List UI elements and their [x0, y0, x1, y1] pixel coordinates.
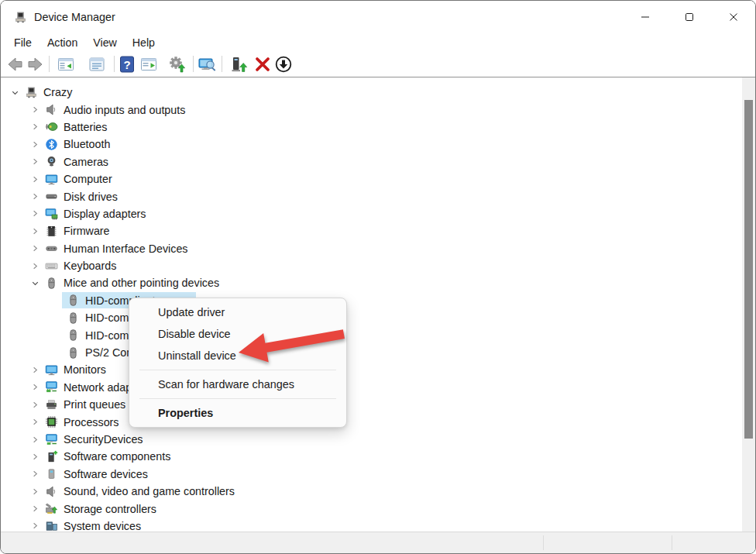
chevron-collapsed-icon[interactable] [26, 138, 44, 150]
chevron-collapsed-icon[interactable] [26, 433, 44, 446]
menu-file[interactable]: File [6, 35, 40, 50]
context-menu-item-properties[interactable]: Properties [129, 402, 346, 424]
tree-item-keyboards[interactable]: Keyboards [1, 257, 755, 274]
chevron-collapsed-icon[interactable] [26, 156, 44, 168]
update-driver-icon [230, 55, 249, 74]
mouse-icon [66, 311, 80, 325]
tree-item-mice-and-other-pointing-devices[interactable]: Mice and other pointing devices [1, 274, 755, 291]
tree-item-system-devices[interactable]: System devices [1, 518, 755, 532]
tree-item-firmware[interactable]: Firmware [1, 222, 755, 239]
tree-item-software-components[interactable]: Software components [1, 448, 755, 465]
chevron-collapsed-icon[interactable] [26, 208, 44, 220]
battery-icon [44, 120, 58, 133]
tree-item-bluetooth[interactable]: Bluetooth [1, 136, 755, 153]
tree-item-crazy[interactable]: Crazy [1, 84, 755, 101]
chevron-collapsed-icon[interactable] [26, 173, 44, 185]
maximize-button[interactable] [667, 1, 711, 33]
chevron-collapsed-icon[interactable] [26, 485, 44, 497]
tree-item-label: Crazy [43, 86, 72, 98]
tree-item-computer[interactable]: Computer [1, 170, 755, 188]
scan-hardware-changes-button[interactable] [168, 55, 187, 74]
vertical-scrollbar[interactable] [742, 77, 755, 532]
disable-device-button[interactable] [274, 55, 293, 74]
chevron-collapsed-icon[interactable] [26, 191, 44, 203]
context-menu-separator [139, 398, 336, 399]
chevron-collapsed-icon[interactable] [26, 468, 44, 480]
chevron-collapsed-icon[interactable] [26, 104, 44, 116]
network-adapter-icon [44, 380, 58, 394]
device-manager-window: Device Manager FileActionViewHelp ? Craz… [0, 0, 756, 554]
menu-view[interactable]: View [85, 35, 125, 50]
chevron-expanded-icon[interactable] [5, 86, 24, 98]
tree-item-label: Monitors [64, 363, 106, 376]
tree-item-disk-drives[interactable]: Disk drives [1, 188, 755, 205]
tree-item-label: Mice and other pointing devices [64, 277, 219, 289]
chevron-collapsed-icon[interactable] [26, 243, 44, 255]
chevron-collapsed-icon[interactable] [26, 398, 44, 411]
action-pane-icon [139, 55, 158, 74]
properties-window-icon [88, 55, 106, 74]
tree-item-hid-compliant-mouse[interactable]: HID-compliant mouse [1, 292, 755, 309]
tree-item-label: Firmware [64, 225, 110, 237]
tree-item-ps-2-compatible-mouse[interactable]: PS/2 Compatible Mouse [1, 344, 755, 361]
scrollbar-thumb[interactable] [744, 100, 753, 439]
chevron-collapsed-icon[interactable] [26, 503, 44, 515]
chevron-collapsed-icon[interactable] [26, 381, 44, 394]
search-computer-icon [198, 55, 216, 74]
tree-item-network-adapters[interactable]: Network adapters [1, 379, 755, 396]
tree-item-label: System devices [64, 520, 141, 532]
chevron-expanded-icon[interactable] [26, 277, 44, 289]
device-manager-icon [14, 11, 27, 24]
menu-action[interactable]: Action [40, 35, 85, 50]
update-driver-button[interactable] [230, 55, 249, 74]
chevron-collapsed-icon[interactable] [26, 260, 44, 272]
status-separator [543, 535, 544, 550]
forward-button[interactable] [26, 55, 45, 74]
console-tree-icon [57, 55, 75, 74]
tree-item-human-interface-devices[interactable]: Human Interface Devices [1, 240, 755, 257]
tree-item-processors[interactable]: Processors [1, 413, 755, 430]
uninstall-device-button[interactable] [253, 55, 272, 74]
forward-arrow-icon [26, 55, 45, 74]
bluetooth-icon [44, 138, 58, 151]
chevron-collapsed-icon[interactable] [26, 363, 44, 376]
security-device-icon [44, 433, 58, 446]
remote-computer-button[interactable] [198, 55, 216, 74]
processor-icon [44, 415, 58, 428]
chevron-collapsed-icon[interactable] [26, 416, 44, 428]
chevron-collapsed-icon[interactable] [26, 121, 44, 133]
toolbar-separator [49, 56, 50, 72]
menu-help[interactable]: Help [125, 35, 163, 50]
toolbar-separator [193, 56, 194, 72]
tree-item-audio-inputs-and-outputs[interactable]: Audio inputs and outputs [1, 101, 755, 118]
chevron-collapsed-icon[interactable] [26, 450, 44, 463]
speaker-icon [44, 103, 58, 116]
action-pane-button[interactable] [139, 55, 158, 74]
tree-item-label: Human Interface Devices [64, 243, 188, 255]
toolbar-separator [222, 56, 222, 72]
chevron-collapsed-icon[interactable] [26, 225, 44, 237]
minimize-button[interactable] [623, 1, 667, 33]
show-console-tree-button[interactable] [57, 55, 75, 74]
tree-item-sound-video-and-game-controllers[interactable]: Sound, video and game controllers [1, 483, 755, 500]
firmware-icon [44, 225, 58, 238]
tree-item-securitydevices[interactable]: SecurityDevices [1, 431, 755, 448]
system-device-icon [44, 519, 58, 532]
tree-item-software-devices[interactable]: Software devices [1, 466, 755, 483]
chevron-collapsed-icon[interactable] [26, 520, 44, 532]
properties-button[interactable] [88, 55, 106, 74]
menubar: FileActionViewHelp [1, 33, 755, 52]
tree-item-batteries[interactable]: Batteries [1, 119, 755, 136]
keyboard-icon [44, 260, 58, 273]
back-button[interactable] [5, 55, 24, 74]
tree-item-hid-compliant-mouse[interactable]: HID-compliant mouse [1, 326, 755, 343]
tree-item-hid-compliant-mouse[interactable]: HID-compliant mouse [1, 309, 755, 326]
tree-item-display-adapters[interactable]: Display adapters [1, 205, 755, 222]
tree-item-print-queues[interactable]: Print queues [1, 396, 755, 413]
tree-item-monitors[interactable]: Monitors [1, 361, 755, 378]
tree-item-cameras[interactable]: Cameras [1, 153, 755, 170]
context-menu-item-update-driver[interactable]: Update driver [129, 301, 346, 323]
close-button[interactable] [711, 1, 755, 33]
tree-item-storage-controllers[interactable]: Storage controllers [1, 500, 755, 517]
help-button[interactable]: ? [118, 55, 136, 74]
